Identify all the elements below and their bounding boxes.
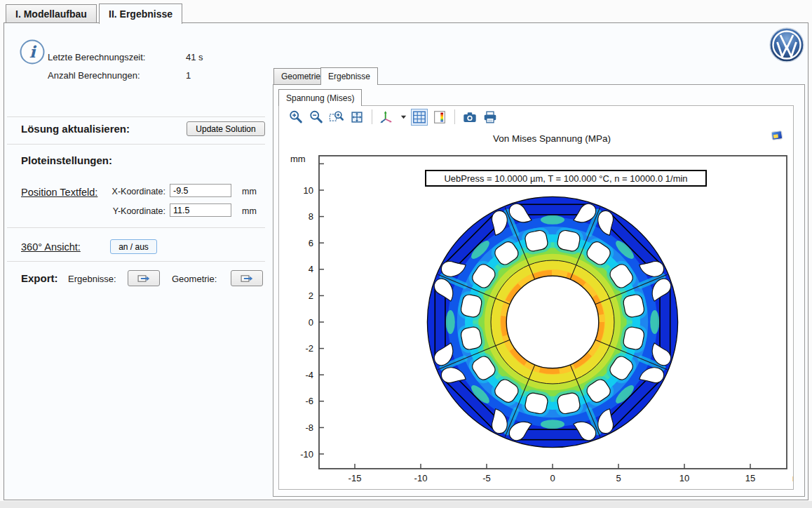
update-solution-button[interactable]: Update Solution [187, 121, 265, 136]
snapshot-icon[interactable] [461, 109, 478, 126]
svg-text:-10: -10 [300, 449, 313, 460]
divider [7, 227, 265, 228]
position-textfield-label: Position Textfeld: [21, 187, 97, 198]
vw-logo [769, 27, 805, 63]
divider [7, 116, 265, 117]
x-axis-unit: mm [792, 473, 793, 483]
export-icon [137, 272, 151, 286]
tab-modellaufbau-label: I. Modellaufbau [15, 8, 87, 20]
svg-text:10: 10 [304, 185, 313, 196]
svg-text:8: 8 [309, 211, 313, 222]
plot-settings-heading: Ploteinstellungen: [21, 154, 112, 166]
tab-right-ergebnisse-label: Ergebnisse [328, 72, 370, 81]
divider [7, 144, 265, 145]
calc-count-label: Anzahl Berechnungen: [48, 70, 140, 81]
y-axis-unit: mm [290, 154, 306, 164]
view-orientation-icon[interactable] [379, 109, 395, 126]
y-coordinate-unit: mm [242, 206, 257, 216]
export-results-button[interactable] [128, 270, 160, 286]
export-heading: Export: [21, 272, 58, 284]
x-coordinate-input[interactable] [170, 184, 231, 197]
plot-canvas[interactable]: Von Mises Spannung (MPa)-15-10-505101510… [279, 125, 793, 488]
y-coordinate-input[interactable] [170, 203, 231, 217]
grid-toggle-icon[interactable] [411, 109, 428, 126]
svg-text:-15: -15 [349, 473, 362, 483]
svg-text:-6: -6 [305, 396, 313, 406]
zoom-extents-icon[interactable] [349, 109, 365, 126]
export-geometry-label: Geometrie: [172, 274, 217, 284]
rotor-cross-section [427, 196, 677, 447]
x-coordinate-label: X-Koordinate: [107, 187, 165, 196]
export-geometry-button[interactable] [231, 270, 263, 286]
svg-text:-2: -2 [305, 343, 313, 354]
zoom-out-icon[interactable] [308, 109, 325, 126]
svg-text:10: 10 [679, 473, 689, 483]
tab-ergebnisse[interactable]: II. Ergebnisse [99, 4, 182, 24]
tab-ergebnisse-label: II. Ergebnisse [109, 8, 172, 20]
update-solution-heading: Lösung aktualisieren: [21, 123, 130, 135]
last-calc-time-label: Letzte Berechnungszeit: [48, 52, 145, 62]
svg-text:6: 6 [309, 238, 313, 248]
annotation-text: UebPress = 10.0000 µm, T = 100.000 °C, n… [444, 173, 687, 184]
calc-count-value: 1 [186, 70, 191, 81]
svg-text:4: 4 [309, 264, 313, 274]
x-coordinate-unit: mm [242, 187, 257, 196]
tab-right-ergebnisse[interactable]: Ergebnisse [320, 67, 378, 85]
divider [7, 261, 265, 262]
svg-text:0: 0 [550, 473, 555, 483]
zoom-box-icon[interactable] [328, 109, 345, 126]
view-360-label: 360° Ansicht: [21, 241, 81, 253]
rotor-bore [506, 276, 599, 368]
zoom-in-icon[interactable] [287, 109, 304, 126]
svg-text:5: 5 [616, 473, 621, 483]
print-icon[interactable] [482, 109, 499, 126]
svg-text:-8: -8 [305, 422, 313, 433]
toolbar-separator [372, 109, 372, 124]
plot-toolbar [287, 107, 499, 126]
plot-title: Von Mises Spannung (MPa) [493, 133, 611, 144]
export-icon [240, 272, 254, 286]
svg-text:-10: -10 [414, 473, 428, 483]
svg-text:15: 15 [745, 473, 755, 483]
dropdown-caret-icon[interactable] [399, 109, 407, 126]
window-bottom-edge [0, 501, 812, 508]
svg-text:-4: -4 [305, 370, 313, 380]
last-calc-time-value: 41 s [186, 52, 203, 62]
toolbar-separator [454, 109, 455, 124]
tab-spannung-mises-label: Spannung (Mises) [286, 93, 354, 103]
color-legend-icon[interactable] [431, 109, 448, 126]
plot-window-icon[interactable] [769, 128, 785, 143]
export-results-label: Ergebnisse: [68, 274, 116, 284]
tab-modellaufbau[interactable]: I. Modellaufbau [6, 4, 97, 23]
tab-geometrie-label: Geometrie [281, 72, 320, 81]
svg-text:2: 2 [309, 290, 313, 301]
svg-text:-5: -5 [482, 473, 491, 483]
y-coordinate-label: Y-Koordinate: [107, 206, 165, 216]
view-360-toggle-button[interactable]: an / aus [110, 239, 157, 254]
tab-spannung-mises[interactable]: Spannung (Mises) [278, 89, 362, 106]
info-icon: i [19, 39, 46, 65]
svg-text:0: 0 [309, 317, 313, 328]
